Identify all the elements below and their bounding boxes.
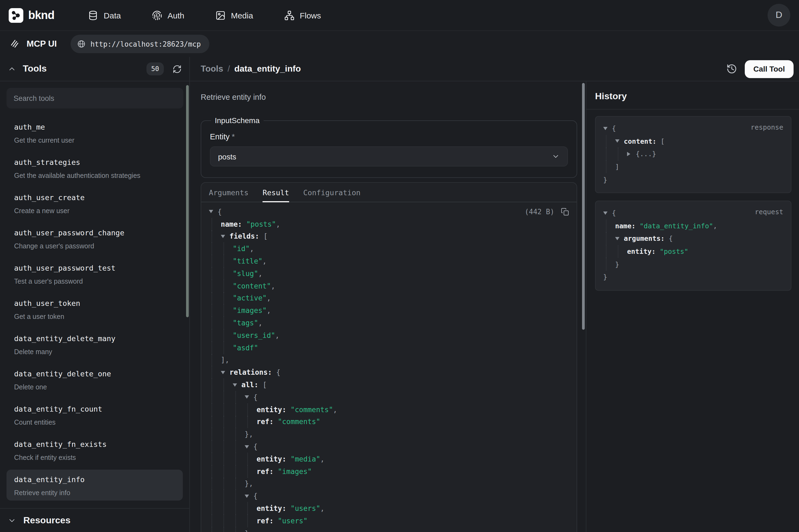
collapse-triangle-icon[interactable] (245, 396, 253, 399)
indent-guide (245, 502, 256, 515)
tool-desc: Delete one (14, 383, 175, 392)
tool-item-auth_me[interactable]: auth_meGet the current user (6, 117, 183, 148)
chevron-up-icon[interactable] (7, 64, 16, 73)
nav-item-flows[interactable]: Flows (284, 10, 321, 20)
collapse-triangle-icon[interactable] (615, 237, 624, 240)
tool-item-data_entity_info[interactable]: data_entity_infoRetrieve entity info (6, 470, 183, 500)
json-row: ], (209, 354, 569, 366)
image-icon (215, 10, 225, 20)
json-row: { (209, 391, 569, 403)
tool-item-auth_user_password_test[interactable]: auth_user_password_testTest a user's pas… (6, 258, 183, 289)
tool-item-auth_strategies[interactable]: auth_strategiesGet the available authent… (6, 152, 183, 183)
search-input[interactable] (6, 88, 183, 109)
sidebar-scrollbar[interactable] (186, 85, 189, 317)
mcp-title: MCP UI (26, 39, 57, 49)
header-row: Tools 50 Tools / data_entity_info Call T… (0, 57, 799, 81)
tool-item-data_entity_delete_one[interactable]: data_entity_delete_oneDelete one (6, 364, 183, 395)
collapse-triangle-icon[interactable] (221, 235, 229, 238)
indent-guide (221, 243, 233, 255)
collapse-triangle-icon[interactable] (209, 210, 217, 213)
indent-guide (209, 280, 221, 292)
call-tool-button[interactable]: Call Tool (745, 60, 794, 78)
indent-guide (245, 465, 256, 477)
json-row: name: "data_entity_info", (603, 220, 783, 232)
nav-item-media[interactable]: Media (215, 10, 253, 20)
json-row: ref: "images" (209, 465, 569, 477)
tool-name: data_entity_fn_exists (14, 440, 175, 449)
result-card: ArgumentsResultConfiguration {(442 B)nam… (201, 182, 577, 532)
indent-guide (221, 255, 233, 267)
mcp-url-chip[interactable]: http://localhost:28623/mcp (70, 35, 209, 53)
json-row: "tags", (209, 317, 569, 329)
nav-item-data[interactable]: Data (88, 10, 121, 20)
entity-select[interactable]: posts (210, 147, 568, 167)
tool-item-data_entity_delete_many[interactable]: data_entity_delete_manyDelete many (6, 329, 183, 360)
json-row: }, (209, 428, 569, 441)
indent-guide (233, 428, 245, 441)
mcp-url: http://localhost:28623/mcp (90, 40, 201, 48)
resources-section-header[interactable]: Resources (0, 508, 189, 532)
collapse-triangle-icon[interactable] (603, 211, 612, 215)
tool-name: data_entity_delete_one (14, 369, 175, 378)
tab-result[interactable]: Result (263, 183, 289, 202)
main-scrollbar[interactable] (582, 83, 585, 330)
history-title: History (586, 91, 799, 110)
tab-arguments[interactable]: Arguments (209, 183, 248, 202)
indent-guide (221, 502, 233, 515)
tab-configuration[interactable]: Configuration (303, 183, 360, 202)
json-row: all: [ (209, 379, 569, 391)
refresh-icon[interactable] (172, 64, 182, 74)
tool-item-auth_user_create[interactable]: auth_user_createCreate a new user (6, 188, 183, 218)
breadcrumb-separator: / (228, 64, 230, 74)
collapse-triangle-icon[interactable] (245, 494, 253, 498)
tool-detail-panel: Retrieve entity info InputSchema Entity*… (190, 81, 586, 532)
json-row: "slug", (209, 267, 569, 280)
tool-item-data_entity_fn_exists[interactable]: data_entity_fn_existsCheck if entity exi… (6, 434, 183, 465)
indent-guide (233, 453, 245, 465)
expand-triangle-icon[interactable] (627, 152, 636, 156)
tool-name: auth_user_password_test (14, 264, 175, 272)
json-row: "content", (209, 280, 569, 292)
indent-guide (221, 391, 233, 403)
collapse-triangle-icon[interactable] (603, 127, 612, 130)
collapse-triangle-icon[interactable] (233, 383, 241, 386)
user-avatar[interactable]: D (767, 4, 790, 26)
json-row: content: [ (603, 135, 783, 148)
tool-desc: Get a user token (14, 313, 175, 321)
tool-desc: Retrieve entity info (14, 489, 175, 497)
indent-guide (209, 317, 221, 329)
json-row: ] (603, 160, 783, 173)
history-card-response[interactable]: response{content: [{...}]} (595, 116, 792, 193)
tool-item-data_entity_fn_count[interactable]: data_entity_fn_countCount entities (6, 399, 183, 430)
input-schema-fieldset: InputSchema Entity* posts (201, 116, 577, 178)
indent-guide (245, 515, 256, 527)
breadcrumb-section[interactable]: Tools (201, 64, 223, 74)
tools-sidebar: auth_meGet the current userauth_strategi… (0, 81, 190, 532)
collapse-triangle-icon[interactable] (245, 445, 253, 448)
nav-item-auth[interactable]: Auth (152, 10, 185, 20)
copy-icon[interactable] (561, 208, 569, 216)
tool-item-auth_user_password_change[interactable]: auth_user_password_changeChange a user's… (6, 223, 183, 254)
history-icon[interactable] (726, 63, 737, 74)
collapse-triangle-icon[interactable] (615, 140, 624, 143)
indent-guide (209, 342, 221, 354)
tool-list: auth_meGet the current userauth_strategi… (6, 117, 183, 500)
app-window: bknd DataAuthMediaFlows D MCP UI http://… (0, 0, 799, 532)
json-row: fields: [ (209, 230, 569, 243)
brand-logo[interactable]: bknd (9, 8, 54, 22)
indent-guide (615, 245, 627, 258)
collapse-triangle-icon[interactable] (221, 371, 229, 374)
tool-desc: Get the current user (14, 137, 175, 145)
history-card-label: request (755, 208, 783, 216)
indent-guide (209, 428, 221, 441)
indent-guide (209, 267, 221, 280)
json-row: entity: "users", (209, 502, 569, 515)
history-card-request[interactable]: request{name: "data_entity_info",argumen… (595, 201, 792, 290)
tool-item-auth_user_token[interactable]: auth_user_tokenGet a user token (6, 293, 183, 324)
indent-guide (221, 304, 233, 317)
nav-item-label: Flows (300, 11, 321, 20)
json-row: "active", (209, 292, 569, 304)
database-icon (88, 10, 98, 20)
indent-guide (245, 416, 256, 428)
mcp-bar: MCP UI http://localhost:28623/mcp (0, 31, 799, 57)
